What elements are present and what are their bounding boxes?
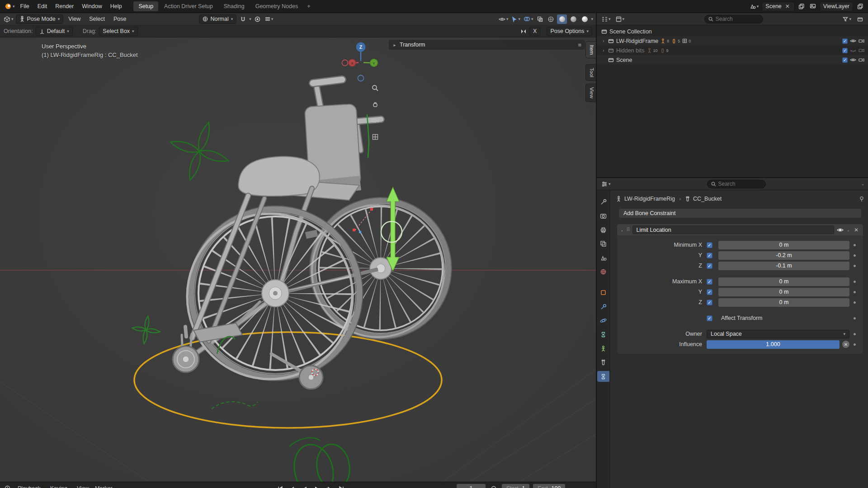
scene-datablock-icon[interactable]: ▾ — [749, 2, 760, 11]
max-z-value-field[interactable]: 0 m — [718, 298, 849, 307]
tab-output[interactable] — [597, 224, 609, 235]
menu-window[interactable]: Window — [78, 2, 105, 11]
properties-editor-type-icon[interactable]: ▾ — [600, 179, 612, 189]
animate-dot-icon[interactable] — [854, 301, 856, 304]
viewport-canvas[interactable]: Z X Y User Perspective (1) LW-RidgidFram… — [0, 38, 596, 482]
transform-panel-header[interactable]: ▸ Transform ≡ — [389, 40, 585, 50]
rig-control-cross-large[interactable] — [161, 113, 237, 189]
falloff-menu-icon[interactable]: ▾ — [264, 14, 274, 24]
outliner-editor-type-icon[interactable]: ▾ — [600, 14, 612, 24]
menu-help[interactable]: Help — [107, 2, 126, 11]
next-keyframe-icon[interactable] — [325, 483, 334, 488]
tab-object-constraints[interactable] — [597, 329, 609, 340]
camera-visibility-icon[interactable] — [859, 57, 864, 62]
editor-type-icon[interactable]: ▾ — [3, 14, 14, 24]
eye-closed-icon[interactable] — [850, 48, 856, 53]
zoom-icon[interactable] — [370, 83, 381, 94]
breadcrumb-bone[interactable]: CC_Bucket — [693, 196, 722, 202]
proportional-editing-icon[interactable] — [253, 14, 262, 24]
sidebar-tab-item[interactable]: Item — [585, 41, 596, 58]
properties-search[interactable] — [707, 180, 766, 188]
constraint-panel-header[interactable]: ⌄ ⠿ Limit Location ⌄ ✕ — [617, 224, 863, 235]
min-y-checkbox[interactable]: ✓ — [707, 253, 712, 258]
gizmo-y-label[interactable]: Y — [373, 61, 375, 66]
min-x-value-field[interactable]: 0 m — [718, 241, 849, 249]
exclude-checkbox[interactable]: ✓ — [842, 48, 848, 53]
shading-rendered-icon[interactable] — [580, 14, 590, 24]
max-x-value-field[interactable]: 0 m — [718, 277, 849, 286]
chevron-down-icon[interactable]: ▾ — [249, 17, 251, 21]
pin-icon[interactable] — [859, 196, 864, 202]
rig-control-scribbles[interactable] — [289, 438, 352, 482]
scene-selector[interactable]: Scene ✕ — [762, 2, 795, 11]
tab-object[interactable] — [597, 287, 609, 298]
viewport-menu-select[interactable]: Select — [85, 14, 108, 23]
tab-object-data[interactable] — [597, 343, 609, 354]
sidebar-tab-view[interactable]: View — [585, 84, 596, 102]
affect-transform-checkbox[interactable]: ✓ — [707, 315, 712, 321]
workspace-tab-shading[interactable]: Shading — [219, 1, 250, 11]
chevron-down-icon[interactable]: ⌄ — [861, 182, 864, 186]
outliner-search[interactable] — [704, 15, 763, 23]
viewlayer-selector[interactable]: ViewLayer — [820, 2, 853, 11]
breadcrumb-object[interactable]: LW-RidgidFrameRig — [624, 196, 675, 202]
tab-modifiers[interactable] — [597, 301, 609, 312]
current-frame-field[interactable]: 1 — [457, 484, 486, 488]
new-viewlayer-icon[interactable] — [855, 2, 864, 11]
chevron-down-icon[interactable]: ▾ — [591, 17, 593, 21]
outliner-row-scene-collection[interactable]: Scene Collection — [597, 27, 868, 36]
outliner-display-mode-icon[interactable]: ▾ — [615, 14, 626, 24]
pan-hand-icon[interactable] — [370, 99, 381, 110]
outliner-search-input[interactable] — [716, 16, 759, 22]
gizmo-x-label[interactable]: X — [351, 61, 354, 66]
influence-slider[interactable]: 1.000 — [707, 340, 840, 349]
timeline-menu-marker[interactable]: Marker — [95, 485, 113, 488]
animate-dot-icon[interactable] — [854, 333, 856, 335]
clear-influence-icon[interactable]: ✕ — [842, 341, 849, 348]
timeline-menu-view[interactable]: View — [77, 485, 89, 488]
animate-dot-icon[interactable] — [854, 343, 856, 346]
camera-visibility-icon[interactable] — [859, 38, 864, 43]
animate-dot-icon[interactable] — [854, 317, 856, 319]
menu-file[interactable]: File — [17, 2, 33, 11]
exclude-checkbox[interactable]: ✓ — [842, 57, 848, 63]
outliner-row-scene[interactable]: Scene ✓ — [597, 55, 868, 65]
tab-physics[interactable] — [597, 315, 609, 326]
jump-to-end-icon[interactable] — [337, 483, 346, 488]
workspace-tab-action-driver-setup[interactable]: Action Driver Setup — [159, 1, 218, 11]
min-z-value-field[interactable]: -0.1 m — [718, 262, 849, 270]
tab-tool[interactable] — [597, 196, 609, 207]
animate-dot-icon[interactable] — [854, 244, 856, 246]
min-z-checkbox[interactable]: ✓ — [707, 263, 712, 269]
xray-toggle-icon[interactable] — [535, 14, 544, 24]
constraint-name-field[interactable]: Limit Location — [632, 225, 835, 234]
rig-control-cross-small[interactable] — [130, 314, 161, 345]
auto-keying-icon[interactable] — [489, 483, 498, 488]
show-overlays-icon[interactable]: ▾ — [523, 14, 534, 24]
shading-solid-icon[interactable] — [557, 14, 567, 24]
animate-dot-icon[interactable] — [854, 254, 856, 257]
mode-selector[interactable]: Pose Mode ▾ — [16, 14, 64, 24]
navigation-gizmo[interactable]: Z X Y — [342, 42, 378, 81]
workspace-tab-geometry-nodes[interactable]: Geometry Nodes — [250, 1, 303, 11]
start-frame-field[interactable]: Start 1 — [502, 484, 529, 488]
drag-grip-icon[interactable]: ⠿ — [627, 227, 630, 233]
camera-view-icon[interactable] — [370, 115, 381, 126]
add-bone-constraint-button[interactable]: Add Bone Constraint — [618, 208, 862, 218]
max-z-checkbox[interactable]: ✓ — [707, 300, 712, 305]
min-x-checkbox[interactable]: ✓ — [707, 242, 712, 248]
orthographic-toggle-icon[interactable] — [370, 131, 381, 142]
menu-render[interactable]: Render — [52, 2, 77, 11]
tab-bone[interactable] — [597, 357, 609, 368]
viewport-menu-view[interactable]: View — [65, 14, 84, 23]
outliner-row-lw-ridgidframe[interactable]: › LW-RidgidFrame 8 5 0 ✓ — [597, 36, 868, 46]
constraint-enable-eye-icon[interactable] — [837, 227, 844, 233]
delete-constraint-icon[interactable]: ✕ — [853, 227, 860, 233]
tab-scene[interactable] — [597, 252, 609, 263]
shading-wireframe-icon[interactable] — [546, 14, 556, 24]
orientation-default-selector[interactable]: Default ▾ — [36, 27, 73, 36]
exclude-checkbox[interactable]: ✓ — [842, 38, 848, 44]
viewport-menu-pose[interactable]: Pose — [110, 14, 130, 23]
max-y-value-field[interactable]: 0 m — [718, 288, 849, 296]
tab-bone-constraints[interactable] — [597, 371, 609, 382]
